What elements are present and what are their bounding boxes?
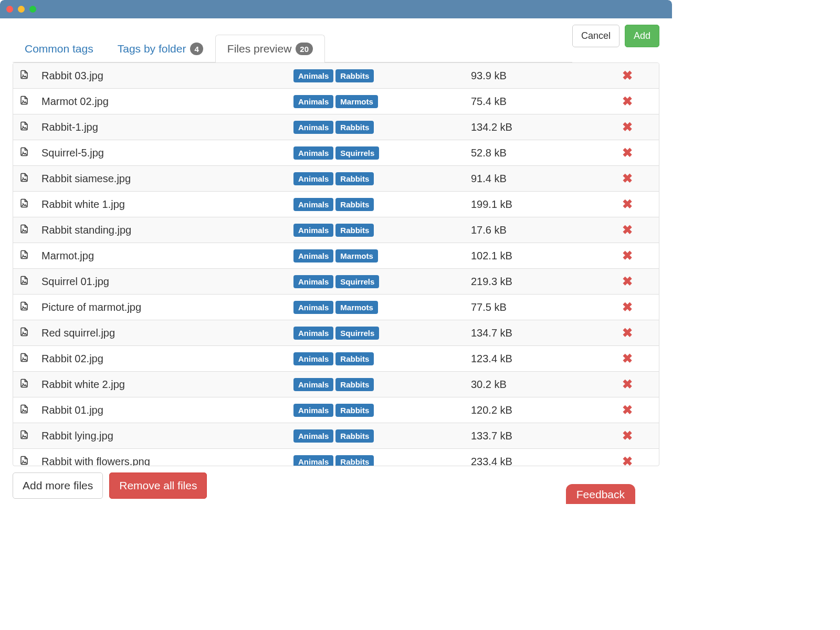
- tag-badge[interactable]: Rabbits: [335, 172, 374, 185]
- window-close-icon[interactable]: [6, 6, 13, 13]
- table-row: Marmot.jpgAnimalsMarmots102.1 kB✖: [13, 243, 659, 269]
- svg-point-15: [23, 460, 24, 461]
- feedback-button[interactable]: Feedback: [566, 484, 635, 504]
- tag-badge[interactable]: Animals: [293, 121, 333, 134]
- add-more-files-button[interactable]: Add more files: [13, 472, 103, 499]
- file-tags: AnimalsRabbits: [287, 397, 455, 423]
- tag-badge[interactable]: Animals: [293, 301, 333, 314]
- tag-badge[interactable]: Rabbits: [335, 121, 374, 134]
- tag-badge[interactable]: Animals: [293, 455, 333, 466]
- cancel-button[interactable]: Cancel: [572, 25, 620, 47]
- tab-tags-by-folder[interactable]: Tags by folder 4: [106, 35, 215, 62]
- svg-point-11: [23, 358, 24, 359]
- remove-file-icon[interactable]: ✖: [622, 145, 633, 160]
- tag-badge[interactable]: Animals: [293, 275, 333, 288]
- file-size: 102.1 kB: [455, 243, 576, 269]
- remove-file-icon[interactable]: ✖: [622, 428, 633, 443]
- file-size: 75.4 kB: [455, 89, 576, 114]
- file-name: Red squirrel.jpg: [35, 320, 287, 346]
- remove-file-icon[interactable]: ✖: [622, 274, 633, 288]
- table-row: Rabbit 03.jpgAnimalsRabbits93.9 kB✖: [13, 63, 659, 89]
- tab-label: Common tags: [25, 43, 93, 55]
- tag-badge[interactable]: Rabbits: [335, 224, 374, 237]
- tab-files-preview[interactable]: Files preview 20: [215, 35, 325, 62]
- tag-badge[interactable]: Rabbits: [335, 69, 374, 82]
- remove-file-icon[interactable]: ✖: [622, 197, 633, 211]
- window-minimize-icon[interactable]: [18, 6, 25, 13]
- file-size: 134.7 kB: [455, 320, 576, 346]
- file-name: Rabbit white 2.jpg: [35, 372, 287, 397]
- tag-badge[interactable]: Rabbits: [335, 455, 374, 466]
- remove-file-icon[interactable]: ✖: [622, 248, 633, 262]
- window-zoom-icon[interactable]: [29, 6, 36, 13]
- files-table: Rabbit 03.jpgAnimalsRabbits93.9 kB✖ Marm…: [13, 63, 659, 466]
- tag-badge[interactable]: Animals: [293, 404, 333, 417]
- tag-badge[interactable]: Squirrels: [335, 146, 379, 160]
- tag-badge[interactable]: Marmots: [335, 301, 378, 314]
- tag-badge[interactable]: Rabbits: [335, 404, 374, 417]
- table-row: Rabbit 01.jpgAnimalsRabbits120.2 kB✖: [13, 397, 659, 423]
- tag-badge[interactable]: Animals: [293, 146, 333, 160]
- tag-badge[interactable]: Animals: [293, 327, 333, 340]
- tag-badge[interactable]: Rabbits: [335, 429, 374, 443]
- svg-point-2: [23, 126, 24, 127]
- file-size: 123.4 kB: [455, 346, 576, 372]
- image-file-icon: [13, 217, 35, 243]
- tag-badge[interactable]: Squirrels: [335, 275, 379, 288]
- remove-file-icon[interactable]: ✖: [622, 120, 633, 134]
- titlebar: [0, 0, 672, 18]
- remove-file-icon[interactable]: ✖: [622, 94, 633, 108]
- tag-badge[interactable]: Animals: [293, 378, 333, 391]
- tag-badge[interactable]: Marmots: [335, 95, 378, 108]
- remove-file-icon[interactable]: ✖: [622, 351, 633, 365]
- table-row: Picture of marmot.jpgAnimalsMarmots77.5 …: [13, 295, 659, 320]
- tag-badge[interactable]: Animals: [293, 172, 333, 185]
- remove-all-files-button[interactable]: Remove all files: [109, 472, 207, 499]
- remove-file-icon[interactable]: ✖: [622, 223, 633, 237]
- file-tags: AnimalsSquirrels: [287, 140, 455, 166]
- tag-badge[interactable]: Marmots: [335, 249, 378, 262]
- tag-badge[interactable]: Rabbits: [335, 198, 374, 211]
- image-file-icon: [13, 449, 35, 466]
- tag-badge[interactable]: Animals: [293, 249, 333, 262]
- file-name: Rabbit 01.jpg: [35, 397, 287, 423]
- file-tags: AnimalsMarmots: [287, 295, 455, 320]
- footer-actions: Add more files Remove all files: [13, 466, 659, 504]
- file-name: Rabbit standing.jpg: [35, 217, 287, 243]
- tag-badge[interactable]: Animals: [293, 429, 333, 443]
- table-row: Rabbit with flowers.pngAnimalsRabbits233…: [13, 449, 659, 466]
- file-name: Rabbit 02.jpg: [35, 346, 287, 372]
- image-file-icon: [13, 243, 35, 269]
- table-row: Rabbit 02.jpgAnimalsRabbits123.4 kB✖: [13, 346, 659, 372]
- file-size: 77.5 kB: [455, 295, 576, 320]
- file-name: Picture of marmot.jpg: [35, 295, 287, 320]
- remove-file-icon[interactable]: ✖: [622, 68, 633, 82]
- tag-badge[interactable]: Rabbits: [335, 378, 374, 391]
- files-table-scroll[interactable]: Rabbit 03.jpgAnimalsRabbits93.9 kB✖ Marm…: [13, 62, 659, 466]
- remove-file-icon[interactable]: ✖: [622, 300, 633, 314]
- remove-file-icon[interactable]: ✖: [622, 454, 633, 466]
- file-size: 219.3 kB: [455, 269, 576, 295]
- add-button[interactable]: Add: [625, 25, 659, 47]
- svg-point-9: [23, 306, 24, 307]
- file-name: Marmot 02.jpg: [35, 89, 287, 114]
- tag-badge[interactable]: Animals: [293, 352, 333, 365]
- tab-common-tags[interactable]: Common tags: [13, 35, 106, 62]
- tag-badge[interactable]: Rabbits: [335, 352, 374, 365]
- tag-badge[interactable]: Squirrels: [335, 327, 379, 340]
- image-file-icon: [13, 192, 35, 217]
- svg-point-3: [23, 152, 24, 153]
- svg-point-12: [23, 383, 24, 384]
- file-tags: AnimalsRabbits: [287, 372, 455, 397]
- remove-file-icon[interactable]: ✖: [622, 171, 633, 185]
- image-file-icon: [13, 166, 35, 192]
- tag-badge[interactable]: Animals: [293, 224, 333, 237]
- tag-badge[interactable]: Animals: [293, 198, 333, 211]
- remove-file-icon[interactable]: ✖: [622, 326, 633, 340]
- remove-file-icon[interactable]: ✖: [622, 403, 633, 417]
- tag-badge[interactable]: Animals: [293, 95, 333, 108]
- file-tags: AnimalsRabbits: [287, 114, 455, 140]
- svg-point-8: [23, 280, 24, 281]
- remove-file-icon[interactable]: ✖: [622, 377, 633, 391]
- tag-badge[interactable]: Animals: [293, 69, 333, 82]
